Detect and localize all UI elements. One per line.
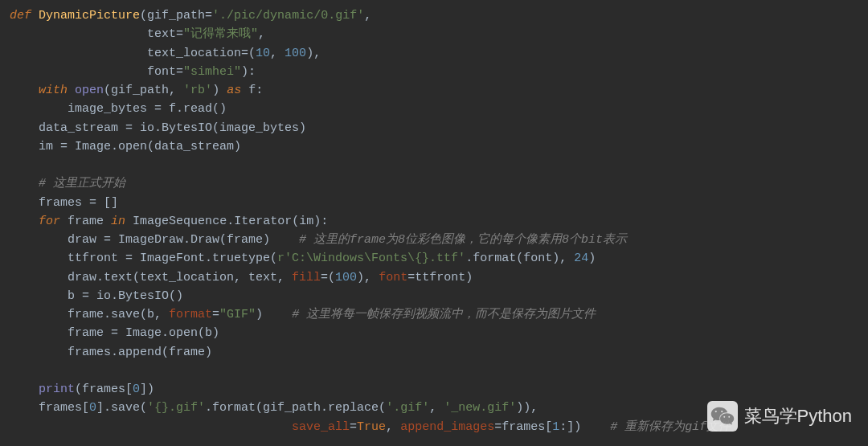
comment: # 这里将每一帧保存到视频流中，而不是保存为图片文件	[292, 308, 596, 321]
function-name: DynamicPicture	[39, 9, 140, 23]
comment: # 这里的frame为8位彩色图像，它的每个像素用8个bit表示	[299, 233, 627, 247]
keyword-def: def	[10, 9, 31, 23]
watermark: 菜鸟学Python	[707, 401, 853, 432]
watermark-text: 菜鸟学Python	[744, 403, 853, 430]
wechat-icon	[707, 401, 738, 432]
comment: # 这里正式开始	[39, 177, 125, 190]
code-block: def DynamicPicture(gif_path='./pic/dynam…	[0, 6, 868, 436]
